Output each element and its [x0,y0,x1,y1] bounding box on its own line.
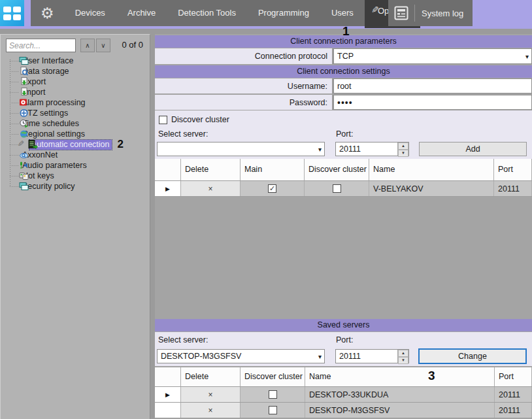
search-prev-button[interactable]: ∧ [80,39,95,52]
password-field[interactable]: •••• [333,95,532,110]
password-row: Password: •••• [155,95,532,110]
table-row[interactable]: ▶ × DESKTOP-33UKDUA 20111 [155,387,532,403]
tree-item-user-interface[interactable]: User Interface [3,56,148,66]
tree-item-time-schedules[interactable]: Time schedules [3,118,148,129]
main-checkbox[interactable]: ✓ [268,184,276,193]
gear-icon[interactable]: ⚙ [31,0,64,26]
table-row[interactable]: × DESKTOP-M3GSFSV 20111 [155,403,532,418]
saved-port-value: 20111 [336,350,397,363]
username-field[interactable]: root [333,78,532,93]
delete-button[interactable]: × [181,387,241,402]
tree-item-alarm-processing[interactable]: Alarm processing [3,97,148,108]
server-port-cell: 20111 [495,387,532,402]
section-header-saved-servers: Saved servers [155,319,532,331]
saved-server-dropdown[interactable]: DESKTOP-M3GSFSV ▾ [157,349,325,363]
search-result-count: 0 of 0 [122,40,143,50]
tree-item-label: Regional settings [20,129,87,139]
table-row[interactable]: ▶ × ✓ V-BELYAKOV 20111 [155,181,532,197]
server-port-cell: 20111 [494,181,532,196]
port-label: Port: [336,129,353,139]
header-discover-cluster: Discover cluster [241,367,305,386]
discover-cluster-checkbox[interactable] [333,184,341,193]
tree-item-automatic-connection[interactable]: ✎ Automatic connection 2 [3,139,148,150]
header-name: Name [305,367,495,386]
system-log-button[interactable]: System log [388,0,473,26]
data-storage-icon [19,67,29,76]
tree-item-import[interactable]: Import [3,87,148,97]
settings-tree: User Interface Data storage Export Impor… [3,56,148,418]
change-button[interactable]: Change [418,348,527,364]
tree-item-label: Time schedules [20,119,81,129]
tree-item-hot-keys[interactable]: Hot keys [3,171,148,181]
password-label: Password: [155,95,333,110]
tree-item-label: Audio parameters [20,161,89,171]
add-server-panel: Discover cluster Select server: Port: ▾ … [155,110,532,160]
header-main: Main [241,159,305,180]
username-label: Username: [155,78,333,93]
time-schedules-icon [19,119,29,128]
top-bar: ⚙ Devices Archive Detection Tools Progra… [0,0,532,29]
connection-protocol-row: Connection protocol TCP ▾ [155,48,532,64]
chevron-down-icon: ▾ [318,146,322,153]
select-server-dropdown[interactable]: ▾ [157,142,325,156]
system-log-label: System log [422,8,463,18]
header-port: Port [494,159,532,180]
discover-cluster-label: Discover cluster [171,115,229,124]
settings-sidebar: ∧ ∨ 0 of 0 User Interface Data storage [0,34,150,419]
saved-servers-table: Delete Discover cluster Name Port ▶ × DE… [155,367,532,418]
tree-item-audio-parameters[interactable]: Audio parameters [3,160,148,171]
server-name-cell: V-BELYAKOV [369,181,494,196]
servers-table: Delete Main Discover cluster Name Port ▶… [155,159,532,197]
tree-item-ptz-settings[interactable]: PTZ settings [3,108,148,118]
menu-item-programming[interactable]: Programming [247,0,320,26]
edit-pencil-icon: ✎ [18,139,24,148]
saved-table-header: Delete Discover cluster Name Port [155,367,532,387]
header-name: Name [369,159,494,180]
main-menu-bar: ⚙ Devices Archive Detection Tools Progra… [31,0,379,26]
menu-item-detection-tools[interactable]: Detection Tools [167,0,247,26]
tree-item-security-policy[interactable]: Security policy [3,181,148,192]
tree-item-regional-settings[interactable]: Regional settings [3,129,148,139]
header-marker-cell [155,159,181,180]
username-row: Username: root [155,78,532,93]
add-button[interactable]: Add [419,142,527,156]
select-server-label: Select server: [158,335,208,344]
spinner-up-icon[interactable]: ▲ [398,142,408,150]
import-icon [19,88,29,97]
row-marker-icon: ▶ [155,387,181,402]
port-value: 20111 [336,142,397,156]
port-spinner[interactable]: 20111 ▲ ▼ [335,142,409,156]
tree-item-axxonnet[interactable]: AxxonNet [3,150,148,160]
spinner-down-icon[interactable]: ▼ [398,150,408,157]
tree-item-data-storage[interactable]: Data storage [3,66,148,76]
search-next-button[interactable]: ∨ [96,39,110,52]
automatic-connection-panel: Client connection parameters Connection … [155,34,532,419]
section-header-client-connection-settings: Client connection settings [155,65,532,78]
port-label: Port: [336,335,353,344]
connection-protocol-dropdown[interactable]: TCP ▾ [333,48,532,64]
header-discover-cluster: Discover cluster [305,159,369,180]
username-value: root [337,82,352,91]
discover-cluster-checkbox[interactable] [159,116,167,124]
menu-item-devices[interactable]: Devices [64,0,116,26]
spinner-up-icon[interactable]: ▲ [398,350,408,357]
ptz-settings-icon [19,109,29,118]
spinner-down-icon[interactable]: ▼ [398,357,408,364]
search-input[interactable] [6,39,76,52]
delete-button[interactable]: × [181,403,241,418]
annotation-2: 2 [118,138,124,151]
discover-cluster-checkbox[interactable] [269,406,277,414]
server-name-cell: DESKTOP-M3GSFSV [305,403,495,418]
pencil-icon: ✎ [371,0,379,23]
header-port: Port [495,367,532,386]
tree-item-export[interactable]: Export [3,76,148,87]
app-logo-icon[interactable] [0,0,24,26]
menu-item-users[interactable]: Users [320,0,365,26]
menu-item-archive[interactable]: Archive [116,0,167,26]
system-log-icon [393,5,409,21]
chevron-down-icon: ▾ [318,353,322,360]
saved-port-spinner[interactable]: 20111 ▲ ▼ [335,349,409,363]
saved-servers-panel: Select server: Port: DESKTOP-M3GSFSV ▾ 2… [155,332,532,366]
delete-button[interactable]: × [181,181,241,196]
discover-cluster-checkbox[interactable] [269,390,277,399]
